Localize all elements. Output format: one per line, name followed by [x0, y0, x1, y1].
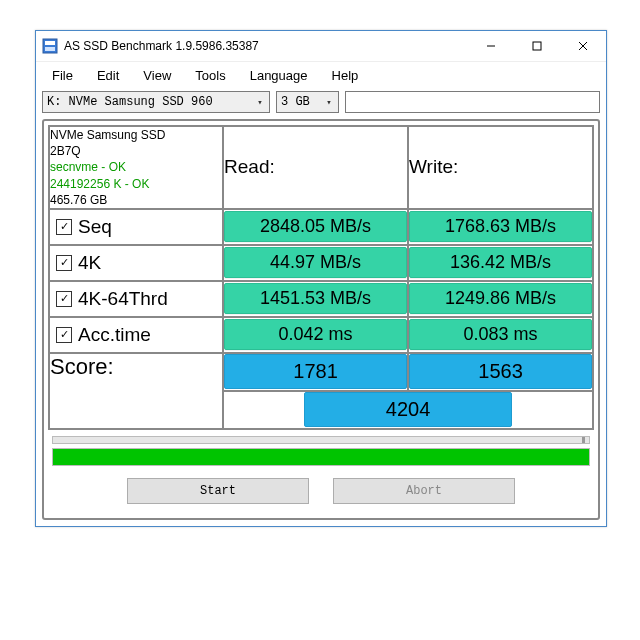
titlebar: AS SSD Benchmark 1.9.5986.35387 [36, 31, 606, 62]
progress-area [48, 430, 594, 470]
device-capacity: 465.76 GB [50, 192, 222, 208]
checkbox-acc[interactable]: ✓ [56, 327, 72, 343]
acc-read-value: 0.042 ms [224, 319, 407, 350]
4k64-write-value: 1249.86 MB/s [409, 283, 592, 314]
results-panel: NVMe Samsung SSD 2B7Q secnvme - OK 24419… [42, 119, 600, 520]
header-read: Read: [223, 126, 408, 209]
test-size-value: 3 GB [281, 95, 310, 109]
4k64-read-value: 1451.53 MB/s [224, 283, 407, 314]
acc-write-value: 0.083 ms [409, 319, 592, 350]
chevron-down-icon: ▾ [253, 97, 267, 108]
4k-read-value: 44.97 MB/s [224, 247, 407, 278]
row-acc: ✓Acc.time 0.042 ms 0.083 ms [49, 317, 593, 353]
maximize-button[interactable] [514, 31, 560, 61]
toolbar: K: NVMe Samsung SSD 960 ▾ 3 GB ▾ [36, 89, 606, 119]
row-score: Score: 1781 1563 [49, 353, 593, 391]
window-controls [468, 31, 606, 61]
start-button[interactable]: Start [127, 478, 309, 504]
4k-write-value: 136.42 MB/s [409, 247, 592, 278]
checkbox-4k[interactable]: ✓ [56, 255, 72, 271]
row-seq-label: Seq [78, 216, 112, 238]
row-4k: ✓4K 44.97 MB/s 136.42 MB/s [49, 245, 593, 281]
row-4k64-label: 4K-64Thrd [78, 288, 168, 310]
svg-rect-2 [45, 47, 55, 51]
score-write: 1563 [409, 354, 592, 389]
header-write: Write: [408, 126, 593, 209]
device-name: NVMe Samsung SSD [50, 127, 222, 143]
menu-language[interactable]: Language [240, 66, 318, 85]
menu-view[interactable]: View [133, 66, 181, 85]
close-button[interactable] [560, 31, 606, 61]
drive-select[interactable]: K: NVMe Samsung SSD 960 ▾ [42, 91, 270, 113]
results-table: NVMe Samsung SSD 2B7Q secnvme - OK 24419… [48, 125, 594, 430]
menu-file[interactable]: File [42, 66, 83, 85]
button-row: Start Abort [48, 470, 594, 514]
checkbox-4k64[interactable]: ✓ [56, 291, 72, 307]
score-total: 4204 [304, 392, 512, 427]
row-seq: ✓Seq 2848.05 MB/s 1768.63 MB/s [49, 209, 593, 245]
window-title: AS SSD Benchmark 1.9.5986.35387 [64, 39, 468, 53]
app-icon [42, 38, 58, 54]
progress-bar-main [52, 448, 590, 466]
score-label: Score: [49, 353, 223, 429]
blank-field [345, 91, 600, 113]
menubar: File Edit View Tools Language Help [36, 62, 606, 89]
device-info-cell: NVMe Samsung SSD 2B7Q secnvme - OK 24419… [49, 126, 223, 209]
score-read: 1781 [224, 354, 407, 389]
row-4k-label: 4K [78, 252, 101, 274]
progress-bar-thin [52, 436, 590, 444]
test-size-select[interactable]: 3 GB ▾ [276, 91, 339, 113]
svg-rect-4 [533, 42, 541, 50]
chevron-down-icon: ▾ [322, 97, 336, 108]
driver-status: secnvme - OK [50, 159, 222, 175]
menu-edit[interactable]: Edit [87, 66, 129, 85]
seq-write-value: 1768.63 MB/s [409, 211, 592, 242]
device-firmware: 2B7Q [50, 143, 222, 159]
drive-select-value: K: NVMe Samsung SSD 960 [47, 95, 213, 109]
minimize-button[interactable] [468, 31, 514, 61]
row-4k64: ✓4K-64Thrd 1451.53 MB/s 1249.86 MB/s [49, 281, 593, 317]
row-acc-label: Acc.time [78, 324, 151, 346]
app-window: AS SSD Benchmark 1.9.5986.35387 File Edi… [35, 30, 607, 527]
alignment-status: 244192256 K - OK [50, 176, 222, 192]
abort-button[interactable]: Abort [333, 478, 515, 504]
menu-tools[interactable]: Tools [185, 66, 235, 85]
menu-help[interactable]: Help [322, 66, 369, 85]
checkbox-seq[interactable]: ✓ [56, 219, 72, 235]
seq-read-value: 2848.05 MB/s [224, 211, 407, 242]
svg-rect-1 [45, 41, 55, 45]
